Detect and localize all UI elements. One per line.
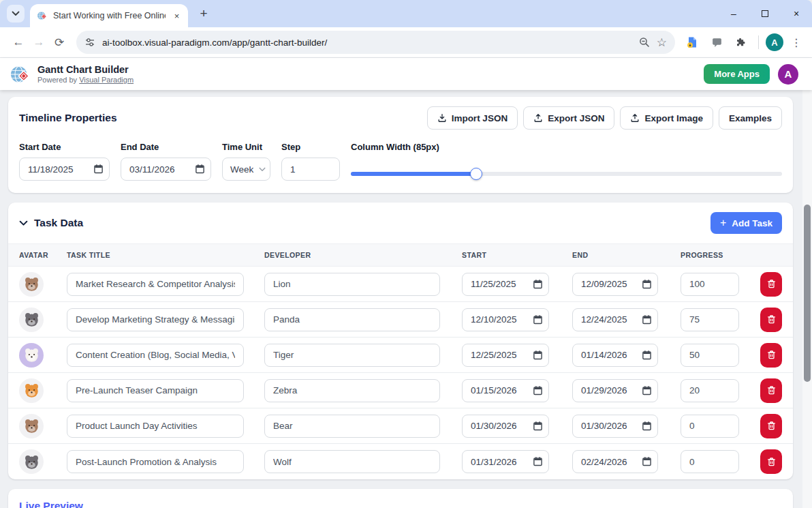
docs-extension-icon[interactable] (682, 32, 702, 53)
task-title-input[interactable] (67, 379, 244, 402)
start-date-field (462, 379, 549, 402)
task-data-card: Task Data +Add Task AVATAR TASK TITLE DE… (8, 203, 793, 479)
task-title-input[interactable] (67, 308, 244, 331)
zoom-out-icon[interactable] (639, 37, 650, 48)
extensions-puzzle-icon[interactable] (731, 32, 751, 53)
start-date-input[interactable] (19, 158, 110, 181)
column-width-label: Column Width (85px) (351, 142, 782, 152)
task-end-input[interactable] (572, 450, 658, 473)
visual-paradigm-link[interactable]: Visual Paradigm (79, 76, 134, 84)
task-title-input[interactable] (67, 273, 244, 296)
task-title-input[interactable] (67, 344, 244, 367)
slider-track[interactable] (351, 172, 782, 176)
progress-input[interactable] (681, 379, 739, 402)
address-bar[interactable]: ai-toolbox.visual-paradigm.com/app/gantt… (76, 31, 675, 54)
task-start-input[interactable] (462, 450, 549, 473)
slider-fill (351, 172, 476, 176)
developer-input[interactable] (264, 344, 440, 367)
delete-task-button[interactable] (760, 308, 782, 332)
export-image-label: Export Image (644, 113, 703, 123)
export-image-button[interactable]: Export Image (620, 106, 713, 130)
column-header-avatar: AVATAR (19, 251, 67, 259)
progress-input[interactable] (681, 450, 739, 473)
animal-face-icon (22, 417, 41, 435)
task-data-collapse-toggle[interactable]: Task Data (19, 217, 83, 229)
export-json-button[interactable]: Export JSON (523, 106, 614, 130)
progress-input[interactable] (681, 273, 739, 296)
developer-input[interactable] (264, 379, 440, 402)
new-tab-button[interactable]: + (195, 5, 213, 23)
task-title-input[interactable] (67, 450, 244, 473)
browser-menu-icon[interactable]: ⋮ (787, 36, 805, 49)
progress-input[interactable] (681, 308, 739, 331)
task-start-input[interactable] (462, 344, 549, 367)
tab-close-icon[interactable]: × (171, 10, 183, 22)
end-date-field (572, 379, 658, 402)
task-avatar (19, 343, 44, 368)
reload-button[interactable]: ⟳ (49, 32, 69, 53)
table-row (8, 444, 793, 479)
toolbar-divider (758, 35, 759, 49)
delete-task-button[interactable] (760, 343, 782, 368)
delete-task-button[interactable] (760, 414, 782, 438)
task-end-input[interactable] (572, 415, 658, 438)
tab-search-button[interactable] (7, 5, 25, 23)
browser-tab[interactable]: Start Working with Free Online × (30, 4, 188, 27)
table-row (8, 373, 793, 408)
end-date-group: End Date (121, 142, 211, 181)
slider-thumb[interactable] (470, 168, 482, 180)
developer-input[interactable] (264, 415, 440, 438)
delete-task-button[interactable] (760, 272, 782, 297)
maximize-icon (762, 10, 768, 17)
step-input[interactable] (281, 158, 340, 181)
import-json-button[interactable]: Import JSON (427, 106, 518, 130)
back-button[interactable]: ← (8, 32, 29, 53)
progress-input[interactable] (681, 415, 739, 438)
scrollbar-thumb[interactable] (804, 205, 811, 382)
developer-input[interactable] (264, 308, 440, 331)
task-end-input[interactable] (572, 308, 658, 331)
column-width-slider[interactable] (351, 168, 782, 180)
delete-task-button[interactable] (760, 378, 782, 403)
window-controls: – × (718, 0, 812, 27)
table-header-row: AVATAR TASK TITLE DEVELOPER START END PR… (8, 243, 793, 267)
task-start-input[interactable] (462, 273, 549, 296)
end-date-field (572, 415, 658, 438)
site-settings-icon[interactable] (84, 37, 95, 48)
forward-button[interactable]: → (29, 32, 49, 53)
export-json-label: Export JSON (548, 113, 604, 123)
chevron-down-icon (12, 11, 20, 16)
add-task-button[interactable]: +Add Task (710, 212, 782, 234)
app-user-avatar[interactable]: A (778, 64, 798, 85)
window-minimize-button[interactable]: – (718, 0, 749, 27)
column-header-task-title: TASK TITLE (67, 251, 264, 259)
delete-task-button[interactable] (760, 449, 782, 474)
feedback-extension-icon[interactable] (706, 32, 727, 53)
browser-profile-avatar[interactable]: A (766, 33, 783, 51)
window-close-button[interactable]: × (781, 0, 812, 27)
column-header-end: END (572, 251, 681, 259)
task-start-input[interactable] (462, 308, 549, 331)
time-unit-select[interactable]: Week (222, 158, 270, 181)
more-apps-button[interactable]: More Apps (704, 64, 770, 84)
end-date-input[interactable] (121, 158, 211, 181)
progress-input[interactable] (681, 344, 739, 367)
task-start-input[interactable] (462, 415, 549, 438)
developer-input[interactable] (264, 273, 440, 296)
task-start-input[interactable] (462, 379, 549, 402)
developer-input[interactable] (264, 450, 440, 473)
url-text: ai-toolbox.visual-paradigm.com/app/gantt… (102, 38, 632, 48)
start-date-field (462, 344, 549, 367)
examples-button[interactable]: Examples (719, 106, 782, 130)
task-end-input[interactable] (572, 344, 658, 367)
window-maximize-button[interactable] (749, 0, 781, 27)
table-row (8, 408, 793, 444)
task-end-input[interactable] (572, 379, 658, 402)
puzzle-icon (736, 37, 747, 48)
powered-by-prefix: Powered by (37, 76, 79, 84)
task-title-input[interactable] (67, 415, 244, 438)
bookmark-star-icon[interactable]: ☆ (657, 35, 667, 50)
task-end-input[interactable] (572, 273, 658, 296)
start-date-field (462, 450, 549, 473)
chevron-down-icon (19, 220, 28, 226)
